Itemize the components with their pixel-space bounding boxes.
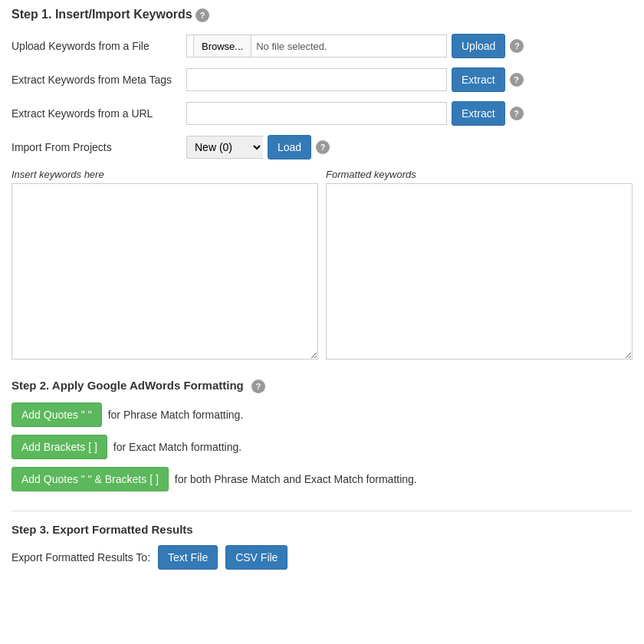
add-quotes-text: for Phrase Match formatting. xyxy=(108,409,244,421)
upload-controls: Browse... No file selected. Upload ? xyxy=(186,34,632,58)
formatted-keywords-label: Formatted keywords xyxy=(326,169,632,180)
export-row: Export Formatted Results To: Text File C… xyxy=(12,545,632,570)
meta-row: Extract Keywords from Meta Tags Extract … xyxy=(12,67,632,92)
no-file-text: No file selected. xyxy=(256,41,327,52)
url-input[interactable] xyxy=(186,102,447,125)
url-help-icon[interactable]: ? xyxy=(510,107,524,120)
step2-section: Step 2. Apply Google AdWords Formatting … xyxy=(12,379,632,491)
url-controls: Extract ? xyxy=(186,101,632,126)
upload-label: Upload Keywords from a File xyxy=(12,40,180,52)
add-both-button[interactable]: Add Quotes " " & Brackets [ ] xyxy=(12,467,169,491)
url-row: Extract Keywords from a URL Extract ? xyxy=(12,101,632,126)
browse-button[interactable]: Browse... xyxy=(193,34,251,58)
import-help-icon[interactable]: ? xyxy=(316,140,330,154)
formatted-keywords-textarea[interactable] xyxy=(326,183,632,360)
step3-section: Step 3. Export Formatted Results Export … xyxy=(12,511,632,570)
add-both-row: Add Quotes " " & Brackets [ ] for both P… xyxy=(12,467,632,491)
upload-button[interactable]: Upload xyxy=(452,34,505,58)
step1-section: Step 1. Insert/Import Keywords ? Upload … xyxy=(12,8,632,360)
step1-title: Step 1. Insert/Import Keywords ? xyxy=(12,8,632,22)
add-quotes-button[interactable]: Add Quotes " " xyxy=(12,402,102,427)
project-select[interactable]: New (0) xyxy=(186,136,263,159)
upload-help-icon[interactable]: ? xyxy=(510,39,524,53)
meta-input[interactable] xyxy=(186,68,447,91)
meta-extract-button[interactable]: Extract xyxy=(452,67,505,92)
meta-help-icon[interactable]: ? xyxy=(510,73,524,87)
import-row: Import From Projects New (0) Load ? xyxy=(12,135,632,159)
meta-controls: Extract ? xyxy=(186,67,632,92)
import-controls: New (0) Load ? xyxy=(186,135,632,159)
url-extract-button[interactable]: Extract xyxy=(452,101,505,126)
load-button[interactable]: Load xyxy=(268,135,311,159)
text-file-button[interactable]: Text File xyxy=(158,545,218,570)
add-brackets-text: for Exact Match formatting. xyxy=(113,441,242,453)
add-quotes-row: Add Quotes " " for Phrase Match formatti… xyxy=(12,402,632,427)
meta-label: Extract Keywords from Meta Tags xyxy=(12,74,180,86)
export-label: Export Formatted Results To: xyxy=(12,551,150,564)
add-brackets-button[interactable]: Add Brackets [ ] xyxy=(12,435,107,459)
project-select-wrapper: New (0) xyxy=(186,136,263,159)
insert-keywords-textarea[interactable] xyxy=(12,183,318,360)
step3-title: Step 3. Export Formatted Results xyxy=(12,523,632,536)
keywords-area: Insert keywords here Formatted keywords xyxy=(12,169,632,360)
step2-title: Step 2. Apply Google AdWords Formatting … xyxy=(12,379,632,393)
upload-row: Upload Keywords from a File Browse... No… xyxy=(12,34,632,58)
formatted-keywords-box: Formatted keywords xyxy=(326,169,632,360)
add-both-text: for both Phrase Match and Exact Match fo… xyxy=(175,473,417,485)
add-brackets-row: Add Brackets [ ] for Exact Match formatt… xyxy=(12,435,632,459)
file-input-display: Browse... No file selected. xyxy=(186,34,447,58)
insert-keywords-label: Insert keywords here xyxy=(12,169,318,180)
url-label: Extract Keywords from a URL xyxy=(12,107,180,120)
csv-file-button[interactable]: CSV File xyxy=(225,545,288,570)
import-label: Import From Projects xyxy=(12,141,180,153)
step1-help-icon[interactable]: ? xyxy=(196,8,209,22)
step2-help-icon[interactable]: ? xyxy=(251,380,265,393)
insert-keywords-box: Insert keywords here xyxy=(12,169,318,360)
